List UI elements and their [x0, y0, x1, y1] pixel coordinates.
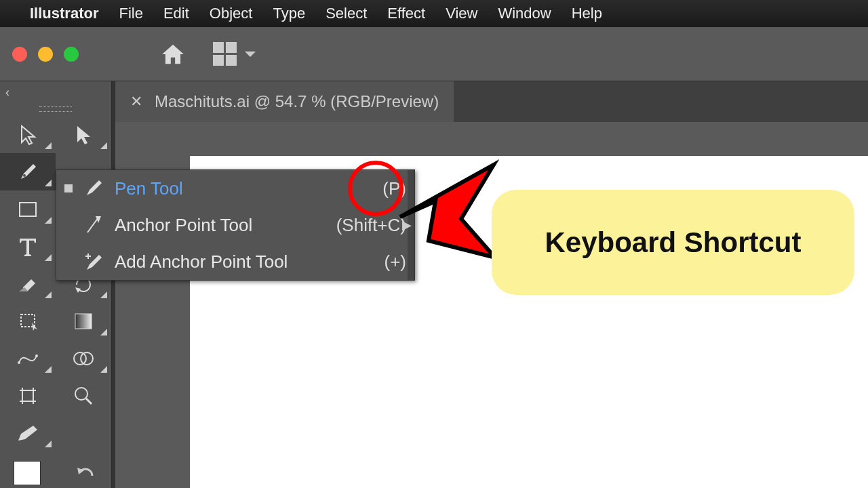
type-tool[interactable]: [0, 228, 56, 265]
document-tabbar: ✕ Maschituts.ai @ 54.7 % (RGB/Preview): [115, 81, 868, 122]
pen-plus-icon: [82, 252, 105, 271]
callout-text: Keyboard Shortcut: [545, 226, 801, 259]
svg-marker-10: [400, 165, 495, 258]
menu-select[interactable]: Select: [326, 5, 367, 22]
selected-marker-icon: [64, 221, 73, 229]
grid-icon: [213, 42, 237, 66]
flyout-item-add-anchor[interactable]: Add Anchor Point Tool (+): [56, 243, 414, 280]
empty-tool-4: [56, 414, 111, 451]
close-tab-icon[interactable]: ✕: [130, 93, 142, 110]
menu-object[interactable]: Object: [210, 5, 253, 22]
anchor-point-tool-icon[interactable]: [0, 414, 56, 451]
selected-marker-icon: [64, 184, 73, 192]
flyout-label: Add Anchor Point Tool: [115, 251, 288, 272]
undo-icon[interactable]: [75, 465, 95, 484]
shape-builder-tool[interactable]: [56, 340, 111, 377]
menu-type[interactable]: Type: [273, 5, 305, 22]
menu-effect[interactable]: Effect: [387, 5, 425, 22]
arrange-documents-button[interactable]: [213, 42, 257, 66]
zoom-tool[interactable]: [56, 377, 111, 414]
mac-menubar: Illustrator File Edit Object Type Select…: [0, 0, 868, 27]
svg-rect-8: [22, 390, 33, 401]
app-toolbar: [0, 27, 868, 81]
tab-title: Maschituts.ai @ 54.7 % (RGB/Preview): [155, 92, 439, 111]
pen-icon: [82, 179, 105, 198]
svg-point-9: [75, 388, 87, 400]
svg-rect-1: [20, 203, 36, 216]
minimize-window-button[interactable]: [38, 47, 53, 62]
menu-help[interactable]: Help: [572, 5, 602, 22]
annotation-arrow-icon: [387, 159, 502, 268]
tools-panel: ‹‹: [0, 81, 112, 488]
close-window-button[interactable]: [12, 47, 27, 62]
free-transform-tool[interactable]: [0, 302, 56, 340]
menu-window[interactable]: Window: [498, 5, 551, 22]
menu-edit[interactable]: Edit: [163, 5, 189, 22]
svg-point-4: [18, 361, 20, 364]
document-tab[interactable]: ✕ Maschituts.ai @ 54.7 % (RGB/Preview): [115, 81, 454, 122]
flyout-label: Anchor Point Tool: [115, 215, 252, 236]
gradient-tool[interactable]: [56, 302, 111, 340]
direct-selection-tool[interactable]: [56, 116, 111, 153]
zoom-window-button[interactable]: [64, 47, 79, 62]
eraser-tool[interactable]: [0, 265, 56, 302]
width-tool[interactable]: [0, 340, 56, 377]
svg-point-0: [23, 174, 26, 177]
drag-handle-icon[interactable]: [39, 106, 72, 112]
anchor-icon: [82, 215, 105, 235]
selection-tool[interactable]: [0, 116, 56, 153]
menu-file[interactable]: File: [119, 5, 142, 22]
chevron-down-icon: [243, 49, 257, 59]
window-controls: [12, 47, 79, 62]
home-icon[interactable]: [160, 41, 186, 67]
flyout-item-anchor[interactable]: Anchor Point Tool (Shift+C): [56, 207, 414, 243]
selected-marker-icon: [64, 258, 73, 266]
fill-swatch[interactable]: [14, 461, 41, 485]
svg-point-5: [35, 354, 38, 357]
annotation-callout: Keyboard Shortcut: [492, 190, 854, 295]
menu-view[interactable]: View: [446, 5, 477, 22]
artboard-tool[interactable]: [0, 377, 56, 414]
rectangle-tool[interactable]: [0, 190, 56, 228]
flyout-label: Pen Tool: [115, 178, 183, 199]
pen-tool[interactable]: [0, 153, 56, 190]
app-name[interactable]: Illustrator: [30, 5, 98, 22]
collapse-icon[interactable]: ‹‹: [5, 85, 111, 100]
svg-rect-3: [75, 314, 92, 329]
